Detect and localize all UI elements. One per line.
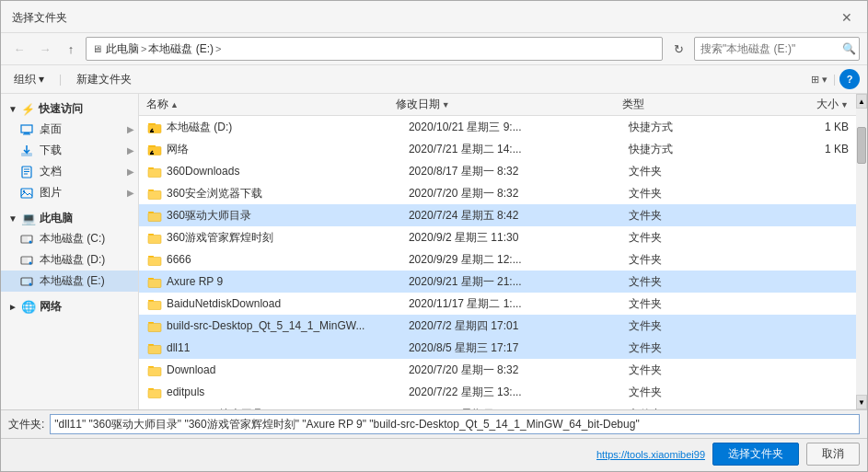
dialog-title: 选择文件夹 — [12, 10, 67, 26]
table-row[interactable]: 本地磁盘 (D:) 2020/10/21 星期三 9:... 快捷方式 1 KB — [139, 116, 856, 138]
svg-rect-11 — [22, 236, 28, 242]
file-name-0: 本地磁盘 (D:) — [167, 120, 409, 135]
downloads-label: 下载 — [40, 143, 62, 158]
svg-rect-39 — [148, 236, 161, 244]
back-button[interactable]: ← — [8, 38, 30, 60]
quick-access-icon: ⚡ — [21, 103, 35, 116]
status-input[interactable] — [50, 414, 860, 434]
breadcrumb-item-1[interactable]: 此电脑 — [106, 41, 139, 57]
scroll-up-button[interactable]: ▲ — [856, 94, 867, 109]
search-bar[interactable]: 🔍 — [694, 37, 860, 61]
scroll-track[interactable] — [856, 109, 867, 395]
drive-d-label: 本地磁盘 (D:) — [40, 252, 105, 268]
svg-rect-23 — [150, 131, 154, 132]
file-date-5: 2020/9/2 星期三 11:30 — [409, 230, 629, 246]
sidebar-item-documents[interactable]: 文档 ▶ — [1, 161, 138, 182]
organize-button[interactable]: 组织 ▾ — [8, 70, 50, 89]
file-name-4: 360驱动大师目录 — [167, 208, 409, 224]
svg-rect-30 — [148, 169, 161, 178]
drive-d-icon — [19, 253, 34, 268]
status-label: 文件夹: — [8, 417, 44, 432]
col-date-header[interactable]: 修改日期 ▼ — [396, 97, 622, 112]
status-link[interactable]: https://tools.xiaomibei99 — [596, 449, 705, 460]
address-bar[interactable]: 🖥 此电脑 > 本地磁盘 (E:) > — [86, 37, 663, 61]
main-area: ▼ ⚡ 快速访问 桌面 ▶ 下载 ▶ — [1, 94, 867, 409]
file-date-12: 2020/7/22 星期三 13:... — [409, 385, 629, 400]
scroll-down-button[interactable]: ▼ — [856, 395, 867, 409]
file-icon-4 — [146, 208, 163, 223]
new-folder-button[interactable]: 新建文件夹 — [71, 70, 137, 89]
table-row[interactable]: editpuls 2020/7/22 星期三 13:... 文件夹 — [139, 381, 856, 403]
pictures-icon — [19, 186, 34, 201]
table-row[interactable]: Download 2020/7/20 星期一 8:32 文件夹 — [139, 359, 856, 381]
table-row[interactable]: 网络 2020/7/21 星期二 14:... 快捷方式 1 KB — [139, 138, 856, 160]
toolbar-divider-2: | — [833, 73, 836, 86]
pictures-arrow: ▶ — [127, 188, 134, 198]
view-toggle-button[interactable]: ⊞ ▾ — [809, 69, 829, 89]
svg-rect-42 — [148, 258, 161, 266]
nav-bar: ← → ↑ 🖥 此电脑 > 本地磁盘 (E:) > ↻ 🔍 — [1, 33, 867, 65]
file-icon-8 — [146, 296, 163, 311]
help-button[interactable]: ? — [839, 69, 860, 89]
address-pc-icon: 🖥 — [92, 43, 102, 54]
file-type-11: 文件夹 — [629, 363, 760, 378]
file-type-6: 文件夹 — [629, 252, 760, 268]
scroll-thumb[interactable] — [857, 127, 866, 164]
file-list: 本地磁盘 (D:) 2020/10/21 星期三 9:... 快捷方式 1 KB… — [139, 116, 856, 409]
table-row[interactable]: Everything搜索工具 2020/6/28 星期日 14:... 文件夹 — [139, 403, 856, 409]
table-row[interactable]: 360驱动大师目录 2020/7/24 星期五 8:42 文件夹 — [139, 204, 856, 226]
breadcrumb-item-2[interactable]: 本地磁盘 (E:) — [148, 41, 214, 57]
forward-button[interactable]: → — [34, 38, 56, 60]
refresh-button[interactable]: ↻ — [666, 37, 690, 61]
col-name-header[interactable]: 名称 ▲ — [146, 97, 396, 112]
file-name-6: 6666 — [167, 253, 409, 266]
title-bar: 选择文件夹 ✕ — [1, 1, 867, 33]
select-folder-button[interactable]: 选择文件夹 — [712, 443, 799, 466]
sidebar-item-drive-c[interactable]: 本地磁盘 (C:) — [1, 228, 138, 249]
file-icon-9 — [146, 318, 163, 333]
sidebar-item-pictures[interactable]: 图片 ▶ — [1, 182, 138, 203]
sidebar-item-downloads[interactable]: 下载 ▶ — [1, 140, 138, 161]
file-type-9: 文件夹 — [629, 318, 760, 334]
pictures-label: 图片 — [40, 185, 62, 201]
up-button[interactable]: ↑ — [60, 38, 82, 60]
table-row[interactable]: Axure RP 9 2020/9/21 星期一 21:... 文件夹 — [139, 271, 856, 293]
table-row[interactable]: dll11 2020/8/5 星期三 17:17 文件夹 — [139, 337, 856, 359]
file-size-1: 1 KB — [760, 143, 849, 155]
col-size-header[interactable]: 大小 ▼ — [758, 97, 849, 112]
view-icons: ⊞ ▾ | ? — [809, 69, 860, 89]
file-type-8: 文件夹 — [629, 296, 760, 312]
table-row[interactable]: build-src-Desktop_Qt_5_14_1_MinGW... 202… — [139, 315, 856, 337]
table-row[interactable]: 360游戏管家辉煌时刻 2020/9/2 星期三 11:30 文件夹 — [139, 226, 856, 248]
toolbar-divider: | — [59, 73, 62, 86]
col-type-header[interactable]: 类型 — [622, 97, 758, 112]
file-type-1: 快捷方式 — [629, 142, 760, 157]
file-icon-5 — [146, 230, 163, 245]
status-bar: 文件夹: — [1, 409, 867, 438]
svg-point-18 — [29, 282, 32, 285]
file-name-5: 360游戏管家辉煌时刻 — [167, 230, 409, 246]
organize-arrow: ▾ — [39, 73, 44, 86]
breadcrumb-sep-1: > — [141, 43, 146, 54]
col-date-sort: ▼ — [442, 100, 450, 109]
file-name-12: editpuls — [167, 386, 409, 398]
col-size-label: 大小 — [816, 97, 839, 112]
table-row[interactable]: BaiduNetdiskDownload 2020/11/17 星期二 1:..… — [139, 293, 856, 315]
file-date-7: 2020/9/21 星期一 21:... — [409, 274, 629, 290]
vertical-scrollbar[interactable]: ▲ ▼ — [856, 94, 867, 409]
file-date-0: 2020/10/21 星期三 9:... — [409, 120, 629, 135]
table-row[interactable]: 360Downloads 2020/8/17 星期一 8:32 文件夹 — [139, 160, 856, 182]
sidebar-item-drive-e[interactable]: 本地磁盘 (E:) — [1, 271, 138, 292]
table-row[interactable]: 360安全浏览器下载 2020/7/20 星期一 8:32 文件夹 — [139, 182, 856, 204]
search-input[interactable] — [700, 42, 839, 55]
search-icon[interactable]: 🔍 — [842, 42, 856, 55]
cancel-button[interactable]: 取消 — [806, 443, 860, 466]
svg-rect-0 — [21, 125, 32, 132]
sidebar-item-desktop[interactable]: 桌面 ▶ — [1, 119, 138, 140]
sidebar-item-drive-d[interactable]: 本地磁盘 (D:) — [1, 249, 138, 271]
close-button[interactable]: ✕ — [838, 8, 856, 27]
svg-rect-17 — [22, 279, 28, 284]
table-row[interactable]: 6666 2020/9/29 星期二 12:... 文件夹 — [139, 248, 856, 271]
file-type-5: 文件夹 — [629, 230, 760, 246]
network-icon: 🌐 — [21, 300, 36, 314]
